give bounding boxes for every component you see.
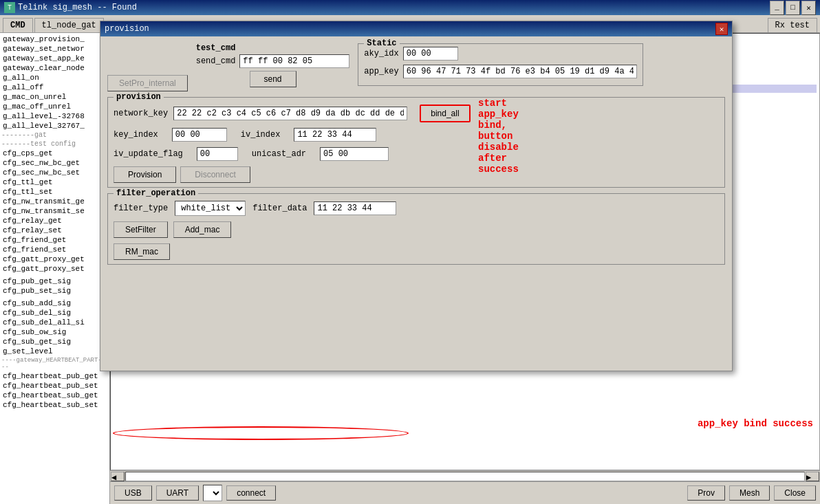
- sidebar-item-cfg-relay1[interactable]: cfg_relay_get: [1, 216, 108, 226]
- setpro-button[interactable]: SetPro_internal: [107, 75, 188, 91]
- uart-button[interactable]: UART: [156, 485, 199, 501]
- tab-cmd[interactable]: CMD: [3, 18, 33, 32]
- filter-data-label: filter_data: [252, 204, 307, 213]
- sidebar-item-cfg-sub3[interactable]: cfg_sub_del_all_si: [1, 318, 108, 327]
- network-key-row: network_key bind_all start app_key bind,…: [114, 105, 719, 122]
- mesh-button[interactable]: Mesh: [729, 485, 770, 501]
- sidebar-item-cfg-sub2[interactable]: cfg_sub_del_sig: [1, 308, 108, 318]
- sidebar-item-cfg-gatt1[interactable]: cfg_gatt_proxy_get: [1, 254, 108, 264]
- uart-select[interactable]: [203, 485, 222, 501]
- sidebar-item-3[interactable]: gateway_clear_node: [1, 63, 108, 73]
- network-key-label: network_key: [114, 109, 168, 118]
- filter-legend: filter_operation: [114, 188, 198, 198]
- provision-button[interactable]: Provision: [114, 166, 176, 183]
- sidebar-item-hb3[interactable]: cfg_heartbeat_sub_get: [1, 391, 108, 400]
- key-iv-row: key_index iv_index: [114, 128, 719, 142]
- sidebar-item-cfg-sub4[interactable]: cfg_sub_ow_sig: [1, 327, 108, 337]
- test-cmd-section: test_cmd send_cmd send: [196, 43, 350, 87]
- sidebar-item-cfg-cps[interactable]: cfg_cps_get: [1, 149, 108, 158]
- sidebar-item-cfg-sec1[interactable]: cfg_sec_nw_bc_get: [1, 158, 108, 168]
- maximize-button[interactable]: □: [786, 1, 800, 15]
- tab-rx-test[interactable]: Rx test: [768, 18, 817, 32]
- app-icon: T: [4, 2, 15, 13]
- sidebar-item-2[interactable]: gateway_set_app_ke: [1, 54, 108, 63]
- test-cmd-label: test_cmd: [196, 43, 350, 53]
- sidebar-item-7[interactable]: g_mac_off_unrel: [1, 102, 108, 111]
- hscroll-right[interactable]: ▶: [806, 472, 819, 481]
- add-mac-button[interactable]: Add_mac: [173, 221, 232, 238]
- sidebar-item-hb2[interactable]: cfg_heartbeat_pub_set: [1, 381, 108, 391]
- tab-tl-node-gat[interactable]: tl_node_gat: [34, 18, 104, 32]
- network-key-input[interactable]: [173, 107, 407, 120]
- filter-type-label: filter_type: [114, 204, 168, 213]
- sidebar-item-1[interactable]: gateway_set_networ: [1, 44, 108, 54]
- aky-idx-input[interactable]: [403, 47, 458, 61]
- send-cmd-input[interactable]: [239, 54, 349, 68]
- sidebar-item-cfg-sub1[interactable]: cfg_sub_add_sig: [1, 298, 108, 308]
- disconnect-button[interactable]: Disconnect: [180, 166, 250, 183]
- sidebar-item-hb4[interactable]: cfg_heartbeat_sub_set: [1, 400, 108, 410]
- iv-update-flag-label: iv_update_flag: [114, 149, 183, 159]
- rm-mac-container: RM_mac: [114, 243, 719, 260]
- filter-section: filter_operation filter_type white_list …: [107, 193, 725, 265]
- send-cmd-label: send_cmd: [196, 56, 236, 66]
- sidebar-item-cfg-ttl2[interactable]: cfg_ttl_set: [1, 187, 108, 197]
- close-button[interactable]: Close: [774, 485, 816, 501]
- sidebar-item-cfg-ttl1[interactable]: cfg_ttl_get: [1, 177, 108, 187]
- app-key-input[interactable]: [403, 65, 637, 78]
- title-bar: T Telink sig_mesh -- Found _ □ ✕: [0, 0, 820, 15]
- filter-data-input[interactable]: [314, 201, 396, 215]
- sidebar-item-hb1[interactable]: cfg_heartbeat_pub_get: [1, 371, 108, 381]
- unicast-adr-input[interactable]: [320, 147, 389, 161]
- usb-button[interactable]: USB: [114, 485, 152, 501]
- sidebar-item-g-set-level[interactable]: g_set_level: [1, 347, 108, 356]
- sidebar-item-cfg-nw2[interactable]: cfg_nw_transmit_se: [1, 206, 108, 216]
- hscroll-track[interactable]: [125, 472, 805, 481]
- dialog-title: provision: [105, 24, 715, 34]
- sidebar-item-6[interactable]: g_mac_on_unrel: [1, 92, 108, 102]
- iv-update-flag-input[interactable]: [197, 147, 238, 161]
- sidebar-divider-1: --------gat: [1, 131, 108, 140]
- static-section: Static aky_idx app_key: [358, 43, 643, 86]
- connect-button[interactable]: connect: [226, 485, 276, 501]
- dialog-body: SetPro_internal test_cmd send_cmd send S…: [100, 36, 732, 272]
- sidebar-item-cfg-friend2[interactable]: cfg_friend_set: [1, 245, 108, 254]
- rm-mac-button[interactable]: RM_mac: [114, 243, 170, 260]
- sidebar-item-cfg-sec2[interactable]: cfg_sec_nw_bc_set: [1, 168, 108, 177]
- horizontal-scrollbar[interactable]: ◀ ▶: [110, 470, 820, 481]
- hscroll-left[interactable]: ◀: [111, 472, 125, 481]
- bind-success-annotation: app_key bind success: [698, 418, 813, 429]
- provision-buttons: Provision Disconnect: [114, 166, 719, 183]
- sidebar-item-cfg-relay2[interactable]: cfg_relay_set: [1, 226, 108, 235]
- sidebar-item-cfg-pub1[interactable]: cfg_pub_get_sig: [1, 276, 108, 286]
- sidebar-item-9[interactable]: g_all_level_32767_: [1, 121, 108, 131]
- bind-all-button[interactable]: bind_all: [420, 105, 470, 122]
- sidebar-item-cfg-pub2[interactable]: cfg_pub_set_sig: [1, 286, 108, 296]
- close-window-button[interactable]: ✕: [801, 1, 816, 15]
- sidebar-item-4[interactable]: g_all_on: [1, 73, 108, 83]
- sidebar-item-cfg-gatt2[interactable]: cfg_gatt_proxy_set: [1, 264, 108, 274]
- sidebar: gateway_provision_ gateway_set_networ ga…: [0, 33, 110, 504]
- sidebar-item-5[interactable]: g_all_off: [1, 83, 108, 92]
- unicast-adr-label: unicast_adr: [252, 149, 306, 159]
- window-title: Telink sig_mesh -- Found: [18, 3, 770, 12]
- sidebar-item-cfg-nw1[interactable]: cfg_nw_transmit_ge: [1, 197, 108, 206]
- dialog-close-button[interactable]: ✕: [715, 23, 728, 35]
- key-index-input[interactable]: [172, 128, 227, 142]
- dialog-title-bar: provision ✕: [100, 21, 732, 36]
- sidebar-item-cfg-sub5[interactable]: cfg_sub_get_sig: [1, 337, 108, 347]
- provision-dialog: provision ✕ SetPro_internal test_cmd sen…: [100, 21, 733, 371]
- prov-button[interactable]: Prov: [687, 485, 725, 501]
- sidebar-item-0[interactable]: gateway_provision_: [1, 34, 108, 44]
- iv-index-label: iv_index: [241, 130, 281, 140]
- sidebar-divider-2: -------test config: [1, 140, 108, 149]
- filter-type-select[interactable]: white_list black_list: [175, 201, 246, 216]
- send-button[interactable]: send: [250, 71, 296, 87]
- set-filter-button[interactable]: SetFilter: [114, 221, 168, 238]
- sidebar-item-cfg-friend1[interactable]: cfg_friend_get: [1, 235, 108, 245]
- iv-index-input[interactable]: [294, 128, 376, 142]
- sidebar-item-8[interactable]: g_all_level_-32768: [1, 111, 108, 121]
- bottom-bar: USB UART connect Prov Mesh Close: [110, 481, 820, 504]
- minimize-button[interactable]: _: [770, 1, 784, 15]
- sidebar-divider-3: ----gateway_HEARTBEAT_PART----: [1, 356, 108, 371]
